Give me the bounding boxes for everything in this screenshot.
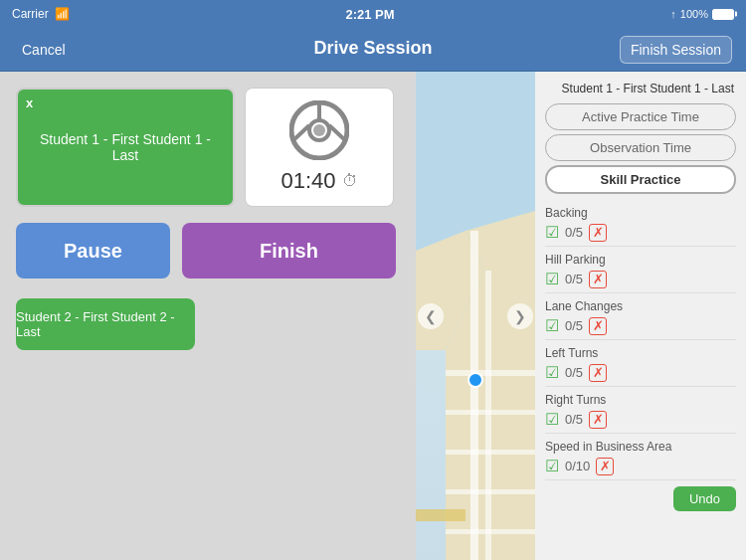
svg-line-3 <box>293 125 309 140</box>
left-panel: x Student 1 - First Student 1 - Last 01:… <box>0 72 416 560</box>
check-icon[interactable]: ☑ <box>545 363 559 382</box>
remove-student-button[interactable]: x <box>26 95 33 110</box>
svg-point-5 <box>313 124 325 136</box>
status-time: 2:21 PM <box>345 7 394 22</box>
timer-row: 01:40 ⏱ <box>280 168 357 194</box>
skill-name: Right Turns <box>545 393 736 407</box>
tab-observation[interactable]: Observation Time <box>545 134 736 161</box>
skill-score: 0/10 <box>565 459 590 473</box>
svg-rect-10 <box>485 271 491 560</box>
student-card-area: x Student 1 - First Student 1 - Last 01:… <box>16 88 400 207</box>
check-icon[interactable]: ☑ <box>545 316 559 335</box>
svg-rect-17 <box>416 509 466 521</box>
list-item: Backing ☑ 0/5 ✗ <box>545 200 736 247</box>
pause-button[interactable]: Pause <box>16 223 170 279</box>
remove-skill-icon[interactable]: ✗ <box>589 411 607 429</box>
main-content: x Student 1 - First Student 1 - Last 01:… <box>0 72 746 560</box>
status-left: Carrier 📶 <box>12 7 70 21</box>
tab-skill-practice[interactable]: Skill Practice <box>545 165 736 194</box>
remove-skill-icon[interactable]: ✗ <box>589 317 607 335</box>
list-item: Lane Changes ☑ 0/5 ✗ <box>545 293 736 340</box>
skill-score: 0/5 <box>565 318 583 333</box>
active-student-card: x Student 1 - First Student 1 - Last <box>16 88 235 207</box>
check-icon[interactable]: ☑ <box>545 223 559 242</box>
active-student-name: Student 1 - First Student 1 - Last <box>18 131 233 163</box>
remove-skill-icon[interactable]: ✗ <box>589 271 607 288</box>
list-item: Right Turns ☑ 0/5 ✗ <box>545 387 736 434</box>
timer-card: 01:40 ⏱ <box>245 88 394 207</box>
battery-label: 100% <box>680 8 708 20</box>
skill-controls: ☑ 0/5 ✗ <box>545 270 736 288</box>
list-item: Left Turns ☑ 0/5 ✗ <box>545 340 736 387</box>
skill-controls: ☑ 0/5 ✗ <box>545 223 736 242</box>
skill-score: 0/5 <box>565 225 583 240</box>
skill-controls: ☑ 0/5 ✗ <box>545 363 736 382</box>
page-title: Drive Session <box>313 38 432 59</box>
list-item: Speed in Business Area ☑ 0/10 ✗ <box>545 434 736 480</box>
status-bar: Carrier 📶 2:21 PM ↑ 100% <box>0 0 746 28</box>
map-arrow-right-button[interactable]: ❯ <box>507 303 533 329</box>
svg-rect-15 <box>446 529 535 534</box>
check-icon[interactable]: ☑ <box>545 270 559 288</box>
other-student-card[interactable]: Student 2 - First Student 2 - Last <box>16 298 195 350</box>
svg-line-4 <box>329 125 345 140</box>
skill-score: 0/5 <box>565 412 583 427</box>
svg-rect-9 <box>470 231 478 560</box>
tab-row: Active Practice Time Observation Time Sk… <box>545 103 736 194</box>
nav-bar: Cancel Drive Session Finish Session <box>0 28 746 72</box>
check-icon[interactable]: ☑ <box>545 410 559 429</box>
steering-wheel-icon <box>289 100 349 160</box>
battery-box <box>712 9 734 20</box>
finish-button[interactable]: Finish <box>182 223 396 279</box>
right-panel: Student 1 - First Student 1 - Last Activ… <box>535 72 746 560</box>
svg-point-18 <box>468 373 482 387</box>
check-icon[interactable]: ☑ <box>545 457 559 475</box>
skill-list: Backing ☑ 0/5 ✗ Hill Parking ☑ 0/5 ✗ Lan… <box>545 200 736 480</box>
remove-skill-icon[interactable]: ✗ <box>589 224 607 242</box>
skill-controls: ☑ 0/5 ✗ <box>545 410 736 429</box>
skill-name: Lane Changes <box>545 299 736 313</box>
remove-skill-icon[interactable]: ✗ <box>596 458 614 475</box>
wifi-icon: 📶 <box>55 7 70 21</box>
status-right: ↑ 100% <box>670 8 734 20</box>
other-student-name: Student 2 - First Student 2 - Last <box>16 309 195 339</box>
map-panel: ❮ ❯ <box>416 72 535 560</box>
student-info-label: Student 1 - First Student 1 - Last <box>545 82 736 95</box>
skill-name: Backing <box>545 206 736 220</box>
svg-rect-14 <box>446 489 535 494</box>
tab-active-practice[interactable]: Active Practice Time <box>545 103 736 130</box>
svg-rect-13 <box>446 450 535 455</box>
timer-clock-icon[interactable]: ⏱ <box>342 172 358 190</box>
skill-name: Left Turns <box>545 346 736 360</box>
timer-display: 01:40 <box>280 168 335 194</box>
svg-rect-12 <box>446 410 535 415</box>
list-item: Hill Parking ☑ 0/5 ✗ <box>545 247 736 293</box>
skill-controls: ☑ 0/10 ✗ <box>545 457 736 475</box>
map-background: ❮ ❯ <box>416 72 535 560</box>
finish-session-button[interactable]: Finish Session <box>620 36 732 64</box>
skill-controls: ☑ 0/5 ✗ <box>545 316 736 335</box>
svg-rect-11 <box>446 370 535 376</box>
carrier-label: Carrier <box>12 7 49 21</box>
map-arrow-left-button[interactable]: ❮ <box>418 303 444 329</box>
cancel-button[interactable]: Cancel <box>14 38 74 62</box>
battery-bar <box>712 9 734 20</box>
location-icon: ↑ <box>670 8 676 20</box>
undo-button[interactable]: Undo <box>673 486 736 511</box>
skill-score: 0/5 <box>565 365 583 380</box>
skill-score: 0/5 <box>565 272 583 286</box>
action-buttons: Pause Finish <box>16 223 400 279</box>
skill-name: Speed in Business Area <box>545 440 736 454</box>
battery-fill <box>713 10 733 19</box>
remove-skill-icon[interactable]: ✗ <box>589 364 607 382</box>
skill-name: Hill Parking <box>545 253 736 267</box>
